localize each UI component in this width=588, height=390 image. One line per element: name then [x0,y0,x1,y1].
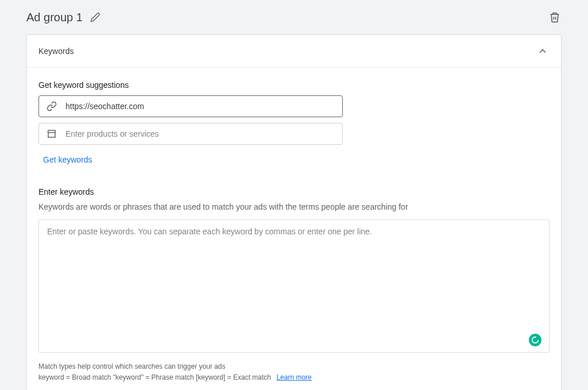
suggestions-heading: Get keyword suggestions [38,80,550,90]
link-icon [46,101,57,112]
learn-more-link[interactable]: Learn more [276,373,311,381]
match-types-help: Match types help control which searches … [38,361,550,383]
products-input-row[interactable] [38,123,343,145]
edit-icon[interactable] [88,10,102,24]
help-line-2: keyword = Broad match "keyword" = Phrase… [38,373,271,381]
keywords-textarea[interactable] [38,219,550,353]
url-input[interactable] [65,102,335,111]
delete-icon[interactable] [548,10,562,24]
get-keywords-link[interactable]: Get keywords [43,155,92,164]
page-header: Ad group 1 [26,10,562,24]
enter-keywords-heading: Enter keywords [38,187,550,196]
section-body: Get keyword suggestions [27,68,561,390]
page-title: Ad group 1 [26,11,83,24]
keywords-card: Keywords Get keyword suggestions [26,34,562,390]
enter-keywords-helper: Keywords are words or phrases that are u… [38,202,550,211]
url-input-row[interactable] [38,95,343,117]
section-title: Keywords [38,47,74,56]
section-header[interactable]: Keywords [27,35,561,68]
chevron-up-icon[interactable] [536,44,550,58]
products-input[interactable] [65,129,335,138]
grammarly-icon[interactable] [529,334,541,346]
storefront-icon [46,128,57,140]
help-line-1: Match types help control which searches … [38,361,550,372]
